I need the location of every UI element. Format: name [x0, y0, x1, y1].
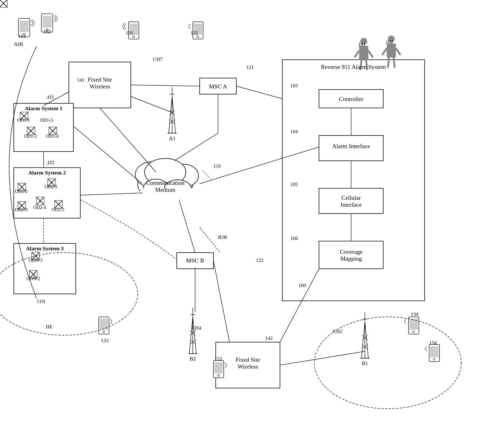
svg-text:Wireless: Wireless — [238, 363, 258, 370]
svg-line-90 — [394, 57, 395, 68]
svg-text:110: 110 — [213, 163, 221, 169]
svg-text:Alarm System 1: Alarm System 1 — [25, 105, 62, 111]
svg-text:111: 111 — [47, 94, 54, 100]
svg-text:Reverse 911 Alarm System: Reverse 911 Alarm System — [321, 64, 386, 70]
svg-text:Medium: Medium — [155, 186, 175, 193]
svg-text:102: 102 — [386, 39, 393, 45]
svg-text:ODN-3: ODN-3 — [29, 258, 42, 263]
svg-text:105: 105 — [290, 181, 298, 187]
svg-text:112: 112 — [47, 160, 55, 165]
svg-text:Alarm Interface: Alarm Interface — [332, 143, 370, 150]
svg-text:103: 103 — [290, 83, 298, 88]
svg-text:OD2-4: OD2-4 — [33, 205, 46, 210]
svg-text:OD2-3: OD2-3 — [15, 207, 28, 212]
svg-rect-77 — [430, 346, 438, 357]
svg-rect-74 — [214, 362, 223, 373]
svg-text:B1: B1 — [362, 360, 368, 366]
svg-text:121: 121 — [246, 64, 254, 70]
svg-text:Alarm System 3: Alarm System 3 — [26, 246, 63, 251]
diagram: Communication Medium A1 B1 — [0, 0, 484, 448]
svg-text:OD1-3: OD1-3 — [40, 118, 53, 123]
svg-rect-86 — [387, 44, 396, 57]
svg-text:131: 131 — [126, 30, 133, 36]
svg-text:141: 141 — [77, 77, 85, 83]
svg-text:153: 153 — [215, 356, 222, 362]
svg-text:HE: HE — [46, 324, 53, 329]
svg-text:Mapping: Mapping — [340, 255, 362, 262]
svg-text:Fixed Site: Fixed Site — [236, 356, 260, 363]
svg-text:CH4: CH4 — [192, 325, 201, 331]
svg-text:101: 101 — [358, 41, 366, 47]
svg-text:CH2: CH2 — [333, 328, 342, 334]
svg-text:A1: A1 — [169, 135, 175, 141]
svg-text:B2: B2 — [190, 356, 196, 362]
svg-text:AIR: AIR — [14, 41, 23, 47]
svg-text:OD2-1: OD2-1 — [45, 184, 58, 189]
svg-text:Fixed Site: Fixed Site — [88, 76, 112, 83]
svg-text:142: 142 — [265, 335, 273, 341]
svg-text:132: 132 — [190, 30, 198, 36]
svg-text:154: 154 — [429, 340, 437, 346]
svg-text:CH7: CH7 — [153, 56, 163, 62]
svg-text:133: 133 — [101, 337, 109, 343]
svg-text:OD2-5: OD2-5 — [52, 207, 64, 212]
svg-text:Coverage: Coverage — [340, 248, 363, 255]
svg-text:OD1-2: OD1-2 — [24, 134, 37, 139]
svg-text:Communication: Communication — [146, 180, 185, 186]
svg-text:Alarm System 2: Alarm System 2 — [28, 170, 66, 176]
svg-text:OD2-2: OD2-2 — [15, 189, 28, 194]
svg-rect-80 — [359, 46, 368, 60]
svg-text:ODN-2: ODN-2 — [26, 276, 40, 281]
svg-text:151: 151 — [18, 33, 26, 39]
svg-text:Controller: Controller — [339, 96, 364, 102]
svg-text:104: 104 — [290, 128, 298, 134]
svg-text:Cellular: Cellular — [342, 194, 361, 201]
svg-text:Interface: Interface — [341, 201, 362, 208]
svg-text:MSC B: MSC B — [186, 257, 204, 264]
svg-line-89 — [388, 57, 389, 68]
svg-rect-68 — [100, 319, 108, 330]
svg-text:100: 100 — [298, 282, 306, 288]
svg-text:B2R: B2R — [218, 234, 227, 240]
svg-text:OD1-1: OD1-1 — [17, 118, 30, 123]
svg-rect-56 — [20, 21, 29, 32]
svg-text:11N: 11N — [37, 298, 45, 304]
svg-text:122: 122 — [256, 257, 264, 263]
svg-text:MSC A: MSC A — [209, 83, 227, 90]
svg-text:OD1-4: OD1-4 — [46, 134, 59, 139]
svg-text:106: 106 — [290, 235, 298, 241]
svg-text:134: 134 — [411, 311, 418, 317]
svg-text:Wireless: Wireless — [89, 83, 110, 90]
svg-text:152: 152 — [43, 29, 51, 34]
svg-rect-59 — [42, 16, 52, 28]
